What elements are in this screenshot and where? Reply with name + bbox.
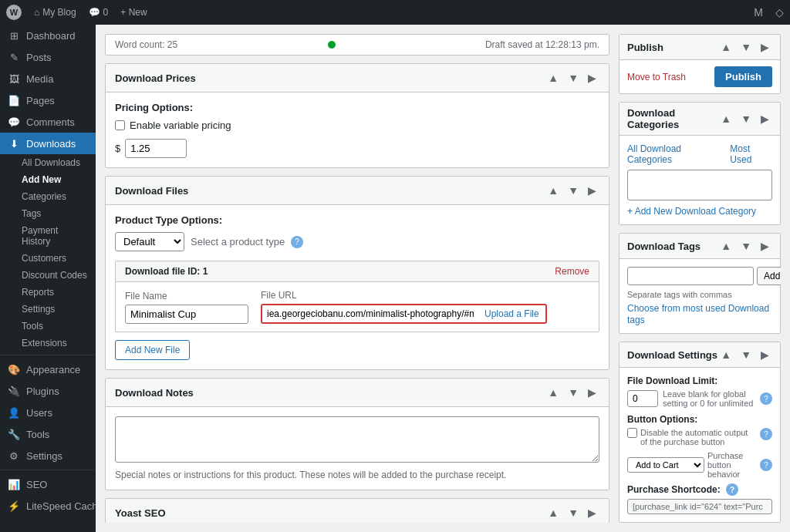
prices-up-btn[interactable]: ▲ [545, 70, 562, 86]
files-down-btn[interactable]: ▼ [565, 183, 582, 198]
site-name-item[interactable]: ⌂ My Blog [34, 7, 76, 18]
product-type-label: Product Type Options: [115, 214, 599, 226]
cat-up-btn[interactable]: ▲ [717, 111, 734, 126]
file-name-input[interactable] [125, 305, 248, 324]
price-input[interactable] [125, 139, 187, 158]
file-url-input[interactable] [262, 305, 478, 322]
purchase-behavior-help-icon[interactable]: ? [760, 459, 772, 471]
download-tags-title: Download Tags [627, 241, 701, 252]
shortcode-input[interactable] [627, 499, 772, 514]
publish-down-btn[interactable]: ▼ [738, 39, 755, 55]
select-placeholder: Select a product type [191, 236, 285, 247]
settings-down-btn[interactable]: ▼ [738, 347, 755, 362]
remove-file-link[interactable]: Remove [555, 266, 589, 277]
download-categories-metabox: Download Categories ▲ ▼ ▶ All Download C… [619, 102, 781, 225]
variable-pricing-checkbox[interactable] [115, 120, 125, 130]
yoast-up-btn[interactable]: ▲ [545, 505, 562, 520]
sidebar-item-settings[interactable]: ⚙ Settings [0, 445, 96, 466]
publish-close-btn[interactable]: ▶ [758, 39, 772, 55]
wp-logo: W [6, 5, 22, 20]
sidebar-item-downloads[interactable]: ⬇ Downloads [0, 133, 96, 154]
sidebar-label-tools: Tools [26, 429, 49, 440]
yoast-close-btn[interactable]: ▶ [585, 505, 599, 520]
sidebar-item-posts[interactable]: ✎ Posts [0, 46, 96, 68]
product-type-select[interactable]: Default Bundle Service [115, 232, 184, 251]
notes-textarea[interactable] [115, 416, 599, 463]
sidebar-sub-reports[interactable]: Reports [0, 284, 96, 301]
sidebar-sub-add-new[interactable]: Add New [0, 171, 96, 188]
sidebar-sub-all-downloads[interactable]: All Downloads [0, 154, 96, 171]
tags-up-btn[interactable]: ▲ [717, 238, 734, 254]
file-limit-input[interactable] [627, 390, 658, 407]
files-up-btn[interactable]: ▲ [545, 183, 562, 198]
posts-icon: ✎ [8, 51, 20, 63]
yoast-down-btn[interactable]: ▼ [565, 505, 582, 520]
sidebar-sub-customers[interactable]: Customers [0, 250, 96, 267]
sidebar-item-appearance[interactable]: 🎨 Appearance [0, 359, 96, 380]
modula-icon-item[interactable]: M [754, 6, 763, 19]
sidebar-item-dashboard[interactable]: ⊞ Dashboard [0, 25, 96, 46]
shortcode-help-icon[interactable]: ? [726, 483, 738, 496]
disable-btn-label: Disable the automatic output of the purc… [640, 428, 757, 446]
comment-count: 0 [103, 7, 109, 18]
sidebar-item-users[interactable]: 👤 Users [0, 402, 96, 423]
prices-down-btn[interactable]: ▼ [565, 70, 582, 86]
all-categories-link[interactable]: All Download Categories [627, 143, 724, 165]
notes-close-btn[interactable]: ▶ [585, 385, 599, 400]
file-limit-row: Leave blank for global setting or 0 for … [627, 389, 772, 408]
wp-logo-item[interactable]: W [6, 5, 22, 20]
add-tag-btn[interactable]: Add [757, 267, 781, 285]
sidebar-item-pages[interactable]: 📄 Pages [0, 89, 96, 111]
sidebar-item-litespeed[interactable]: ⚡ LiteSpeed Cache [0, 495, 96, 517]
sidebar-sub-tools[interactable]: Tools [0, 318, 96, 335]
tags-down-btn[interactable]: ▼ [738, 238, 755, 254]
settings-up-btn[interactable]: ▲ [717, 347, 734, 362]
sidebar-item-media[interactable]: 🖼 Media [0, 68, 96, 89]
publish-up-btn[interactable]: ▲ [717, 39, 734, 55]
choose-tags-link[interactable]: Choose from most used Download tags [627, 303, 769, 325]
prices-close-btn[interactable]: ▶ [585, 70, 599, 86]
files-metabox-controls: ▲ ▼ ▶ [545, 183, 599, 198]
cat-close-btn[interactable]: ▶ [758, 111, 772, 126]
add-to-cart-select[interactable]: Add to Cart Buy Now [627, 457, 704, 473]
files-close-btn[interactable]: ▶ [585, 183, 599, 198]
tags-close-btn[interactable]: ▶ [758, 238, 772, 254]
most-used-link[interactable]: Most Used [730, 143, 772, 165]
file-row-container: Download file ID: 1 Remove File Name Fil… [115, 261, 599, 332]
currency-symbol: $ [115, 143, 120, 154]
product-type-help-icon[interactable]: ? [291, 236, 303, 248]
price-row: $ [115, 139, 599, 158]
new-item[interactable]: + New [120, 7, 147, 18]
sidebar-sub-settings[interactable]: Settings [0, 301, 96, 318]
move-to-trash-link[interactable]: Move to Trash [627, 72, 686, 82]
comments-item[interactable]: 💬 0 [89, 7, 109, 18]
add-new-file-btn[interactable]: Add New File [115, 340, 190, 360]
notes-down-btn[interactable]: ▼ [565, 385, 582, 400]
publish-btn[interactable]: Publish [714, 66, 772, 87]
download-notes-header: Download Notes ▲ ▼ ▶ [106, 379, 609, 407]
sidebar-item-seo[interactable]: 📊 SEO [0, 473, 96, 495]
sidebar-sub-discount-codes[interactable]: Discount Codes [0, 267, 96, 284]
download-notes-metabox: Download Notes ▲ ▼ ▶ Special notes or in… [105, 378, 609, 490]
disable-btn-checkbox[interactable] [627, 428, 637, 438]
sidebar-sub-payment-history[interactable]: Payment History [0, 222, 96, 250]
sidebar-sub-categories[interactable]: Categories [0, 188, 96, 205]
sidebar-item-comments[interactable]: 💬 Comments [0, 111, 96, 133]
add-new-category-link[interactable]: + Add New Download Category [627, 206, 756, 217]
admin-bar: W ⌂ My Blog 💬 0 + New M ◇ [0, 0, 790, 25]
file-url-field: File URL Upload a File [261, 290, 547, 324]
disable-btn-help-icon[interactable]: ? [760, 428, 772, 440]
cat-down-btn[interactable]: ▼ [738, 111, 755, 126]
upload-file-link[interactable]: Upload a File [478, 305, 545, 322]
diamond-icon-item[interactable]: ◇ [775, 6, 784, 19]
sidebar-sub-tags[interactable]: Tags [0, 205, 96, 222]
sidebar-sub-extensions[interactable]: Extensions [0, 335, 96, 352]
tag-input[interactable] [627, 267, 754, 285]
sidebar-label-pages: Pages [26, 95, 55, 106]
variable-pricing-label: Enable variable pricing [130, 120, 231, 131]
limit-help-icon[interactable]: ? [760, 392, 772, 405]
notes-up-btn[interactable]: ▲ [545, 385, 562, 400]
settings-close-btn[interactable]: ▶ [758, 347, 772, 362]
sidebar-item-tools[interactable]: 🔧 Tools [0, 423, 96, 445]
sidebar-item-plugins[interactable]: 🔌 Plugins [0, 380, 96, 402]
